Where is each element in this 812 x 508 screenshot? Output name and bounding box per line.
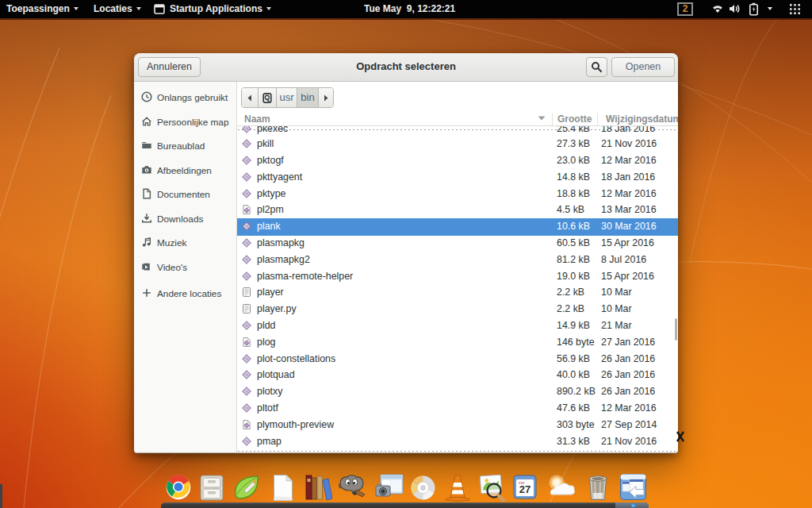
svg-text:27: 27 — [519, 483, 530, 495]
svg-text:mei: mei — [519, 481, 524, 485]
